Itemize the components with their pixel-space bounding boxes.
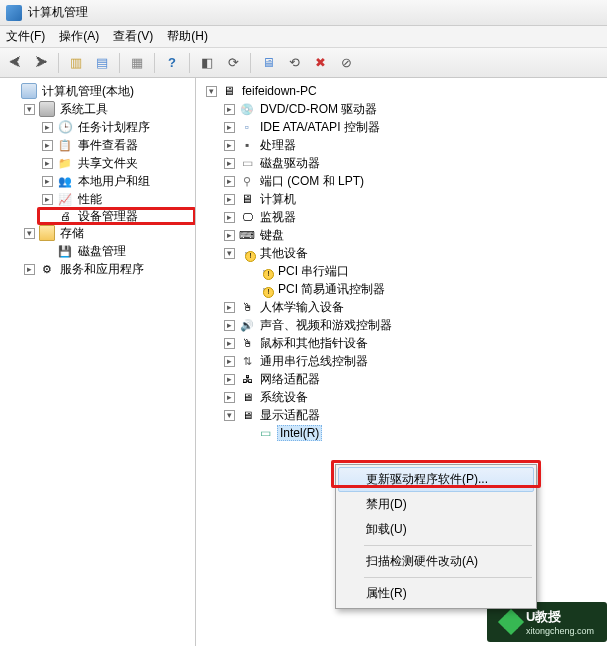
dev-pci-serial[interactable]: PCI 串行端口 <box>240 262 605 280</box>
expand-icon[interactable]: ▸ <box>224 194 235 205</box>
other-icon <box>239 245 255 261</box>
dev-other[interactable]: ▾其他设备 <box>222 244 605 262</box>
disable-button[interactable]: ⊘ <box>335 52 357 74</box>
nav-forward-button[interactable]: ⮞ <box>30 52 52 74</box>
computer-icon <box>21 83 37 99</box>
expand-icon[interactable]: ▸ <box>224 176 235 187</box>
show-console-tree-button[interactable]: ▥ <box>65 52 87 74</box>
app-icon <box>6 5 22 21</box>
collapse-icon[interactable]: ▾ <box>24 228 35 239</box>
expand-icon[interactable]: ▸ <box>24 264 35 275</box>
dev-monitor[interactable]: ▸监视器 <box>222 208 605 226</box>
menu-action[interactable]: 操作(A) <box>59 28 99 45</box>
tree-root[interactable]: 计算机管理(本地) <box>4 82 193 100</box>
ctx-uninstall[interactable]: 卸载(U) <box>338 517 534 542</box>
nav-back-button[interactable]: ⮜ <box>4 52 26 74</box>
expand-icon[interactable]: ▸ <box>42 158 53 169</box>
clock-icon <box>57 119 73 135</box>
warn-icon <box>257 263 273 279</box>
dev-mouse[interactable]: ▸鼠标和其他指针设备 <box>222 334 605 352</box>
device-tree[interactable]: ▾ feifeidown-PC ▸DVD/CD-ROM 驱动器 ▸IDE ATA… <box>196 78 607 646</box>
view-button[interactable]: ◧ <box>196 52 218 74</box>
share-icon <box>57 155 73 171</box>
ctx-properties[interactable]: 属性(R) <box>338 581 534 606</box>
collapse-icon[interactable]: ▾ <box>224 248 235 259</box>
monitor-icon <box>239 209 255 225</box>
usb-icon <box>239 353 255 369</box>
dev-computer[interactable]: ▸计算机 <box>222 190 605 208</box>
expand-icon[interactable]: ▸ <box>42 122 53 133</box>
dev-usb[interactable]: ▸通用串行总线控制器 <box>222 352 605 370</box>
ctx-update-driver[interactable]: 更新驱动程序软件(P)... <box>338 467 534 492</box>
cpu-icon <box>239 137 255 153</box>
dev-dvd[interactable]: ▸DVD/CD-ROM 驱动器 <box>222 100 605 118</box>
dev-gpu-intel[interactable]: Intel(R) <box>240 424 605 442</box>
expand-icon[interactable]: ▸ <box>224 158 235 169</box>
expand-icon[interactable]: ▸ <box>224 374 235 385</box>
menu-file[interactable]: 文件(F) <box>6 28 45 45</box>
port-icon <box>239 173 255 189</box>
dev-hid[interactable]: ▸人体学输入设备 <box>222 298 605 316</box>
ctx-scan[interactable]: 扫描检测硬件改动(A) <box>338 549 534 574</box>
expand-icon[interactable]: ▸ <box>224 212 235 223</box>
tree-root-label: 计算机管理(本地) <box>41 83 135 100</box>
expand-icon[interactable]: ▸ <box>224 122 235 133</box>
update-driver-button[interactable]: ⟲ <box>283 52 305 74</box>
users-icon <box>57 173 73 189</box>
tree-storage[interactable]: ▾ 存储 <box>22 224 193 242</box>
properties-button[interactable]: ▤ <box>91 52 113 74</box>
expand-icon[interactable]: ▸ <box>42 176 53 187</box>
expand-icon[interactable]: ▸ <box>224 302 235 313</box>
dev-pci-comm[interactable]: PCI 简易通讯控制器 <box>240 280 605 298</box>
dev-display[interactable]: ▾显示适配器 <box>222 406 605 424</box>
collapse-icon[interactable]: ▾ <box>224 410 235 421</box>
expand-icon[interactable]: ▸ <box>224 338 235 349</box>
tree-devicemanager[interactable]: 设备管理器 <box>37 207 196 225</box>
expand-icon[interactable]: ▸ <box>42 140 53 151</box>
help-button[interactable]: ? <box>161 52 183 74</box>
devmgr-icon <box>57 208 73 224</box>
dev-ide[interactable]: ▸IDE ATA/ATAPI 控制器 <box>222 118 605 136</box>
dev-cpu[interactable]: ▸处理器 <box>222 136 605 154</box>
content-area: 计算机管理(本地) ▾ 系统工具 ▸任务计划程序 ▸事件查看器 ▸共享文件夹 ▸… <box>0 78 607 646</box>
dev-keyboard[interactable]: ▸键盘 <box>222 226 605 244</box>
dev-root[interactable]: ▾ feifeidown-PC <box>204 82 605 100</box>
collapse-icon[interactable]: ▾ <box>206 86 217 97</box>
collapse-icon[interactable]: ▾ <box>24 104 35 115</box>
tree-services[interactable]: ▸ 服务和应用程序 <box>22 260 193 278</box>
dev-diskdrives[interactable]: ▸磁盘驱动器 <box>222 154 605 172</box>
perf-icon <box>57 191 73 207</box>
uninstall-button[interactable]: ✖ <box>309 52 331 74</box>
export-button[interactable]: ▦ <box>126 52 148 74</box>
net-icon <box>239 371 255 387</box>
ide-icon <box>239 119 255 135</box>
scan-hardware-button[interactable]: 🖥 <box>257 52 279 74</box>
ctx-disable[interactable]: 禁用(D) <box>338 492 534 517</box>
toolbar: ⮜ ⮞ ▥ ▤ ▦ ? ◧ ⟳ 🖥 ⟲ ✖ ⊘ <box>0 48 607 78</box>
tree-scheduler[interactable]: ▸任务计划程序 <box>40 118 193 136</box>
tree-systools[interactable]: ▾ 系统工具 <box>22 100 193 118</box>
disk-icon <box>57 243 73 259</box>
menu-help[interactable]: 帮助(H) <box>167 28 208 45</box>
expand-icon[interactable]: ▸ <box>224 140 235 151</box>
expand-icon[interactable]: ▸ <box>42 194 53 205</box>
tree-performance[interactable]: ▸性能 <box>40 190 193 208</box>
expand-icon[interactable]: ▸ <box>224 356 235 367</box>
expand-icon[interactable]: ▸ <box>224 320 235 331</box>
console-tree[interactable]: 计算机管理(本地) ▾ 系统工具 ▸任务计划程序 ▸事件查看器 ▸共享文件夹 ▸… <box>0 78 196 646</box>
refresh-button[interactable]: ⟳ <box>222 52 244 74</box>
tree-diskmgmt[interactable]: 磁盘管理 <box>40 242 193 260</box>
warn-icon <box>257 281 273 297</box>
dev-system[interactable]: ▸系统设备 <box>222 388 605 406</box>
expand-icon[interactable]: ▸ <box>224 230 235 241</box>
tree-sharedfolders[interactable]: ▸共享文件夹 <box>40 154 193 172</box>
dev-network[interactable]: ▸网络适配器 <box>222 370 605 388</box>
expand-icon[interactable]: ▸ <box>224 104 235 115</box>
dev-ports[interactable]: ▸端口 (COM 和 LPT) <box>222 172 605 190</box>
dev-sound[interactable]: ▸声音、视频和游戏控制器 <box>222 316 605 334</box>
expand-icon[interactable]: ▸ <box>224 392 235 403</box>
toolbar-separator <box>189 53 190 73</box>
menu-view[interactable]: 查看(V) <box>113 28 153 45</box>
tree-localusers[interactable]: ▸本地用户和组 <box>40 172 193 190</box>
tree-eventviewer[interactable]: ▸事件查看器 <box>40 136 193 154</box>
